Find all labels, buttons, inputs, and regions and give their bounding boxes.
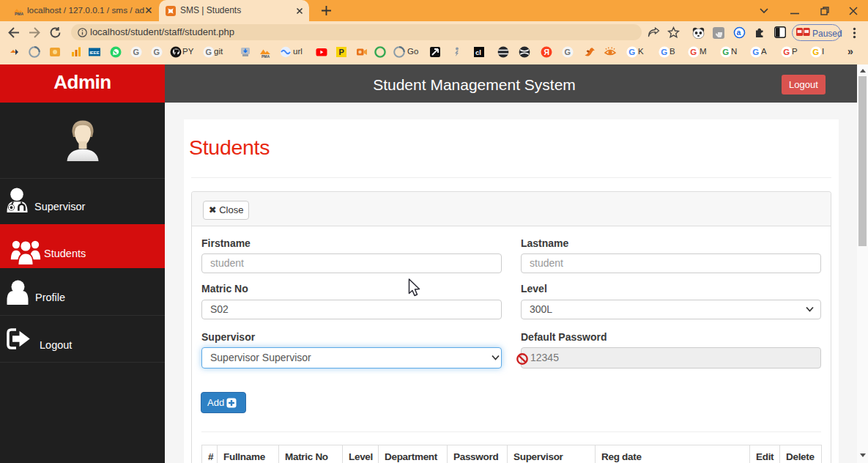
svg-text:Я: Я (544, 48, 550, 56)
svg-text:G: G (690, 48, 697, 56)
svg-text:G: G (722, 48, 729, 56)
svg-text:G: G (628, 48, 635, 56)
svg-text:IEEE: IEEE (89, 51, 100, 55)
svg-text:cl: cl (475, 48, 481, 56)
svg-text:G: G (752, 48, 759, 56)
svg-text:P: P (339, 48, 344, 56)
svg-text:G: G (783, 48, 790, 56)
svg-text:PMA: PMA (261, 54, 270, 59)
svg-text:PMA: PMA (15, 12, 23, 16)
svg-text:G: G (153, 48, 160, 56)
svg-text:G: G (812, 48, 819, 56)
svg-text:G: G (205, 48, 212, 56)
svg-text:G: G (133, 48, 139, 56)
svg-text:G: G (661, 48, 667, 56)
svg-text:G: G (564, 48, 571, 56)
svg-text:a: a (737, 28, 741, 37)
